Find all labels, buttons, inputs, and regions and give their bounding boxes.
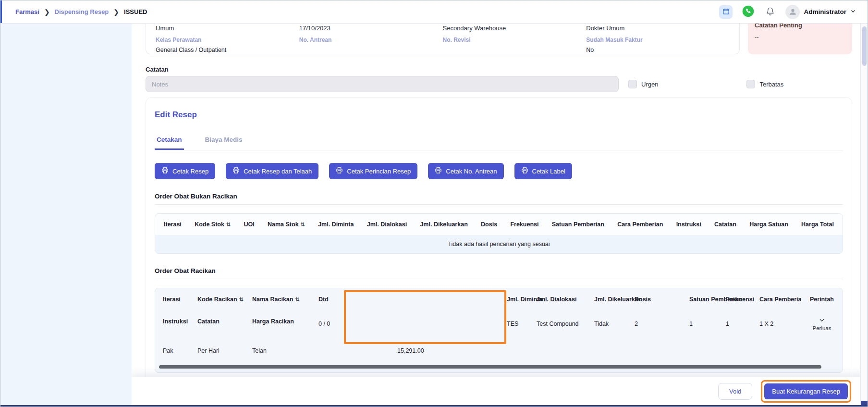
notes-label: Catatan xyxy=(146,66,852,73)
sort-icon[interactable]: ⇅ xyxy=(226,222,231,228)
cell-nama-racikan: Test Compound xyxy=(537,310,589,337)
section-heading-racikan: Order Obat Racikan xyxy=(155,267,843,274)
print-buttons-row: Cetak Resep Cetak Resep dan Telaah Cetak… xyxy=(155,163,843,179)
info-value: General Class / Outpatient xyxy=(156,47,299,53)
terbatas-checkbox[interactable]: Terbatas xyxy=(746,80,783,88)
cetak-resep-button[interactable]: Cetak Resep xyxy=(155,163,215,179)
cell-harga-racikan: 15,291.00 xyxy=(397,337,443,364)
column-header-sortable[interactable]: Kode Stok⇅ xyxy=(195,221,231,228)
highlight-box-quantities xyxy=(344,290,506,344)
topbar-actions: Administrator xyxy=(719,5,856,19)
expand-row-button[interactable]: Perluas xyxy=(813,310,831,337)
column-header-sortable[interactable]: Nama Stok⇅ xyxy=(268,221,305,228)
info-top-value: Secondary Warehouse xyxy=(443,25,587,32)
column-header: Satuan Pemberian xyxy=(689,288,721,310)
column-header: Jml. Dikeluarkan xyxy=(420,221,467,228)
column-header: Satuan Pemberian xyxy=(552,221,604,228)
important-note-card: Catatan Penting -- xyxy=(748,24,852,54)
cell-catatan xyxy=(348,337,392,364)
printer-icon xyxy=(161,167,169,175)
column-header: UOI xyxy=(244,221,254,228)
cetak-label-button[interactable]: Cetak Label xyxy=(514,163,572,179)
info-top-value: Dokter Umum xyxy=(586,25,730,32)
horizontal-scrollbar[interactable] xyxy=(159,365,821,369)
non-compound-table: Iterasi Kode Stok⇅ UOI Nama Stok⇅ Jml. D… xyxy=(155,213,843,254)
column-header: Cara Pemberian xyxy=(617,221,663,228)
whatsapp-icon xyxy=(742,5,755,19)
info-column: Dokter Umum Sudah Masuk Faktur No xyxy=(586,25,730,53)
info-label: No. Revisi xyxy=(443,37,587,43)
sort-icon[interactable]: ⇅ xyxy=(295,296,299,303)
info-label: Sudah Masuk Faktur xyxy=(586,37,730,43)
printer-icon xyxy=(232,167,240,175)
sort-icon[interactable]: ⇅ xyxy=(301,222,305,228)
tab-cetakan[interactable]: Cetakan xyxy=(155,136,184,150)
printer-icon xyxy=(336,167,343,175)
divider xyxy=(155,204,843,205)
info-column: 17/10/2023 No. Antrean xyxy=(299,25,443,53)
printer-icon xyxy=(521,167,528,175)
main-content: Umum Kelas Perawatan General Class / Out… xyxy=(132,24,868,406)
column-header: Jml. Diminta xyxy=(507,288,532,310)
cetak-perincian-resep-button[interactable]: Cetak Perincian Resep xyxy=(329,163,417,179)
column-header: Frekuensi xyxy=(510,221,538,228)
column-header: Jml. Dikeluarkan xyxy=(594,288,630,310)
cell-iterasi: 0 / 0 xyxy=(318,310,343,337)
important-note-value: -- xyxy=(755,34,845,41)
printer-icon xyxy=(435,167,442,175)
column-header: Harga Satuan xyxy=(749,221,788,228)
urgen-checkbox[interactable]: Urgen xyxy=(628,80,658,88)
column-header: Iterasi xyxy=(164,221,182,228)
column-header: Jml. Diminta xyxy=(318,221,354,228)
column-header: Dtd xyxy=(318,288,343,310)
sort-icon[interactable]: ⇅ xyxy=(239,296,244,303)
breadcrumb-farmasi[interactable]: Farmasi xyxy=(15,8,39,15)
cell-dtd: Tidak xyxy=(594,310,630,337)
chevron-down-icon xyxy=(819,317,825,325)
cell-jml-diminta: 2 xyxy=(635,310,685,337)
vertical-scrollbar[interactable] xyxy=(860,24,868,407)
column-header: Dosis xyxy=(635,288,685,310)
empty-state-text: Tidak ada hasil pencarian yang sesuai xyxy=(155,235,843,253)
column-header-sortable[interactable]: Nama Racikan⇅ xyxy=(252,288,314,310)
top-bar: Farmasi ❯ Dispensing Resep ❯ ISSUED Admi… xyxy=(0,0,868,24)
tab-biaya-medis[interactable]: Biaya Medis xyxy=(203,136,245,150)
notifications-button[interactable] xyxy=(763,5,777,19)
table-header-row: Iterasi Kode Stok⇅ UOI Nama Stok⇅ Jml. D… xyxy=(155,214,843,235)
whatsapp-button[interactable] xyxy=(741,5,755,19)
cell-satuan-pemberian: Pak xyxy=(163,337,193,364)
cell-kode-racikan: TES xyxy=(507,310,532,337)
bottom-action-bar: Void Buat Kekurangan Resep xyxy=(132,377,868,406)
info-label: Kelas Perawatan xyxy=(156,37,299,43)
cetak-resep-dan-telaah-button[interactable]: Cetak Resep dan Telaah xyxy=(226,163,318,179)
void-button[interactable]: Void xyxy=(718,383,752,400)
user-menu[interactable]: Administrator xyxy=(785,5,856,19)
buat-kekurangan-resep-button[interactable]: Buat Kekurangan Resep xyxy=(764,383,848,399)
edit-resep-card: Edit Resep Cetakan Biaya Medis Cetak Res… xyxy=(146,97,852,406)
cell-jml-dialokasi: 1 xyxy=(689,310,721,337)
breadcrumb: Farmasi ❯ Dispensing Resep ❯ ISSUED xyxy=(15,8,147,16)
perintah-column: Perintah Perluas xyxy=(801,288,843,337)
info-value: No xyxy=(586,47,730,53)
column-header: Dosis xyxy=(481,221,497,228)
checkbox-icon xyxy=(628,80,637,88)
column-header: Frekuensi xyxy=(726,288,755,310)
info-top-value: 17/10/2023 xyxy=(299,25,443,32)
column-header: Jml. Dialokasi xyxy=(537,288,589,310)
tabs: Cetakan Biaya Medis xyxy=(155,136,843,150)
column-header: Jml. Dialokasi xyxy=(367,221,407,228)
breadcrumb-dispensing-resep[interactable]: Dispensing Resep xyxy=(55,8,109,15)
compound-table: Iterasi Kode Racikan⇅ Nama Racikan⇅ Dtd … xyxy=(155,288,843,373)
info-column: Secondary Warehouse No. Revisi xyxy=(443,25,587,53)
notes-input[interactable] xyxy=(146,76,619,92)
info-label: No. Antrean xyxy=(299,37,443,43)
vertical-scrollbar-thumb[interactable] xyxy=(862,26,867,66)
column-header: Instruksi xyxy=(676,221,701,228)
cetak-no-antrean-button[interactable]: Cetak No. Antrean xyxy=(428,163,503,179)
page-title: Edit Resep xyxy=(155,110,843,120)
breadcrumb-status: ISSUED xyxy=(124,8,147,15)
calendar-button[interactable] xyxy=(719,5,733,19)
scrollbar-corner xyxy=(861,401,868,405)
column-header-sortable[interactable]: Kode Racikan⇅ xyxy=(197,288,247,310)
bell-icon xyxy=(766,7,775,17)
